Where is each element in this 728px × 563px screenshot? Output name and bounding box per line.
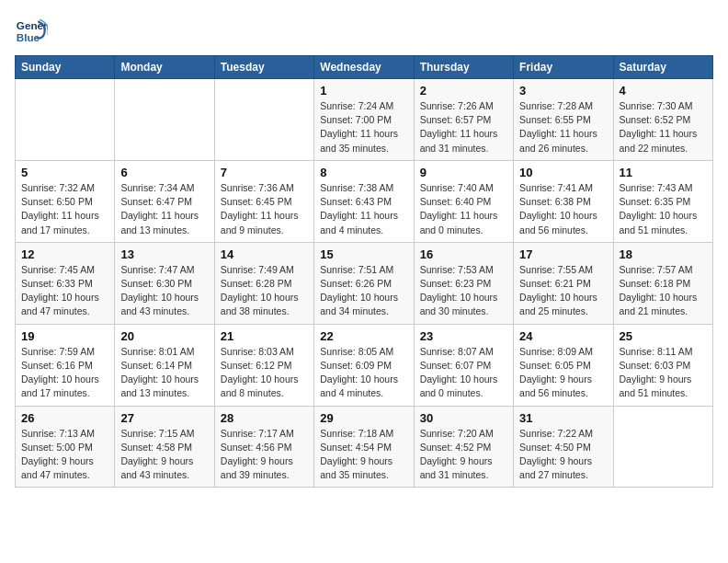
calendar-cell: 19Sunrise: 7:59 AM Sunset: 6:16 PM Dayli… — [16, 324, 115, 406]
day-number: 24 — [519, 329, 607, 343]
calendar-cell: 22Sunrise: 8:05 AM Sunset: 6:09 PM Dayli… — [314, 324, 414, 406]
day-number: 27 — [120, 411, 208, 425]
calendar-week-3: 12Sunrise: 7:45 AM Sunset: 6:33 PM Dayli… — [16, 242, 713, 324]
header-thursday: Thursday — [414, 56, 513, 79]
day-detail: Sunrise: 7:47 AM Sunset: 6:30 PM Dayligh… — [120, 263, 208, 319]
day-detail: Sunrise: 7:59 AM Sunset: 6:16 PM Dayligh… — [21, 345, 108, 401]
calendar-header-row: SundayMondayTuesdayWednesdayThursdayFrid… — [16, 56, 713, 79]
calendar-week-5: 26Sunrise: 7:13 AM Sunset: 5:00 PM Dayli… — [16, 406, 713, 488]
day-detail: Sunrise: 7:36 AM Sunset: 6:45 PM Dayligh… — [221, 181, 308, 237]
calendar-cell: 26Sunrise: 7:13 AM Sunset: 5:00 PM Dayli… — [16, 406, 115, 488]
calendar-cell: 10Sunrise: 7:41 AM Sunset: 6:38 PM Dayli… — [514, 160, 613, 242]
day-detail: Sunrise: 7:40 AM Sunset: 6:40 PM Dayligh… — [420, 181, 507, 237]
calendar-cell — [613, 406, 712, 488]
day-number: 23 — [420, 329, 507, 343]
day-detail: Sunrise: 7:51 AM Sunset: 6:26 PM Dayligh… — [320, 263, 407, 319]
calendar-cell: 21Sunrise: 8:03 AM Sunset: 6:12 PM Dayli… — [214, 324, 313, 406]
calendar-cell: 31Sunrise: 7:22 AM Sunset: 4:50 PM Dayli… — [514, 406, 613, 488]
day-number: 13 — [120, 247, 208, 261]
day-number: 5 — [21, 166, 108, 179]
day-detail: Sunrise: 8:11 AM Sunset: 6:03 PM Dayligh… — [620, 345, 707, 401]
day-number: 6 — [120, 166, 208, 179]
day-detail: Sunrise: 8:01 AM Sunset: 6:14 PM Dayligh… — [120, 345, 208, 401]
day-number: 8 — [320, 166, 407, 179]
day-number: 28 — [221, 411, 308, 425]
calendar-cell — [16, 79, 115, 161]
header-monday: Monday — [115, 56, 214, 79]
header-wednesday: Wednesday — [314, 56, 414, 79]
calendar-cell — [214, 79, 313, 161]
day-number: 12 — [21, 247, 108, 261]
calendar-cell: 25Sunrise: 8:11 AM Sunset: 6:03 PM Dayli… — [613, 324, 712, 406]
calendar-cell: 3Sunrise: 7:28 AM Sunset: 6:55 PM Daylig… — [514, 79, 613, 161]
calendar-cell: 1Sunrise: 7:24 AM Sunset: 7:00 PM Daylig… — [314, 79, 414, 161]
day-number: 2 — [420, 84, 507, 98]
day-number: 30 — [420, 411, 507, 425]
calendar-cell: 24Sunrise: 8:09 AM Sunset: 6:05 PM Dayli… — [514, 324, 613, 406]
day-number: 26 — [21, 411, 108, 425]
day-number: 1 — [320, 84, 407, 98]
calendar-cell: 5Sunrise: 7:32 AM Sunset: 6:50 PM Daylig… — [16, 160, 115, 242]
logo-icon: General Blue — [15, 15, 48, 48]
day-number: 11 — [620, 166, 707, 179]
calendar-cell: 23Sunrise: 8:07 AM Sunset: 6:07 PM Dayli… — [414, 324, 513, 406]
day-number: 7 — [221, 166, 308, 179]
calendar-cell: 28Sunrise: 7:17 AM Sunset: 4:56 PM Dayli… — [214, 406, 313, 488]
day-detail: Sunrise: 7:53 AM Sunset: 6:23 PM Dayligh… — [420, 263, 507, 319]
header-friday: Friday — [514, 56, 613, 79]
calendar-table: SundayMondayTuesdayWednesdayThursdayFrid… — [15, 55, 713, 488]
day-detail: Sunrise: 7:34 AM Sunset: 6:47 PM Dayligh… — [120, 181, 208, 237]
calendar-cell: 11Sunrise: 7:43 AM Sunset: 6:35 PM Dayli… — [613, 160, 712, 242]
day-number: 19 — [21, 329, 108, 343]
day-number: 10 — [519, 166, 607, 179]
day-number: 18 — [620, 247, 707, 261]
day-detail: Sunrise: 7:26 AM Sunset: 6:57 PM Dayligh… — [420, 99, 507, 155]
calendar-cell: 8Sunrise: 7:38 AM Sunset: 6:43 PM Daylig… — [314, 160, 414, 242]
day-number: 21 — [221, 329, 308, 343]
calendar-cell: 9Sunrise: 7:40 AM Sunset: 6:40 PM Daylig… — [414, 160, 513, 242]
day-detail: Sunrise: 7:22 AM Sunset: 4:50 PM Dayligh… — [519, 427, 607, 483]
day-number: 3 — [519, 84, 607, 98]
header-sunday: Sunday — [16, 56, 115, 79]
calendar-cell: 29Sunrise: 7:18 AM Sunset: 4:54 PM Dayli… — [314, 406, 414, 488]
calendar-week-1: 1Sunrise: 7:24 AM Sunset: 7:00 PM Daylig… — [16, 79, 713, 161]
day-detail: Sunrise: 7:18 AM Sunset: 4:54 PM Dayligh… — [320, 427, 407, 483]
header-tuesday: Tuesday — [214, 56, 313, 79]
day-number: 14 — [221, 247, 308, 261]
calendar-cell: 15Sunrise: 7:51 AM Sunset: 6:26 PM Dayli… — [314, 242, 414, 324]
page-header: General Blue — [15, 15, 713, 48]
calendar-week-4: 19Sunrise: 7:59 AM Sunset: 6:16 PM Dayli… — [16, 324, 713, 406]
day-detail: Sunrise: 7:55 AM Sunset: 6:21 PM Dayligh… — [519, 263, 607, 319]
day-detail: Sunrise: 7:13 AM Sunset: 5:00 PM Dayligh… — [21, 427, 108, 483]
day-detail: Sunrise: 7:38 AM Sunset: 6:43 PM Dayligh… — [320, 181, 407, 237]
calendar-cell: 30Sunrise: 7:20 AM Sunset: 4:52 PM Dayli… — [414, 406, 513, 488]
day-number: 16 — [420, 247, 507, 261]
day-number: 4 — [620, 84, 707, 98]
day-detail: Sunrise: 8:05 AM Sunset: 6:09 PM Dayligh… — [320, 345, 407, 401]
day-number: 29 — [320, 411, 407, 425]
calendar-cell: 4Sunrise: 7:30 AM Sunset: 6:52 PM Daylig… — [613, 79, 712, 161]
day-detail: Sunrise: 8:03 AM Sunset: 6:12 PM Dayligh… — [221, 345, 308, 401]
header-saturday: Saturday — [613, 56, 712, 79]
calendar-cell: 2Sunrise: 7:26 AM Sunset: 6:57 PM Daylig… — [414, 79, 513, 161]
day-number: 17 — [519, 247, 607, 261]
calendar-cell: 7Sunrise: 7:36 AM Sunset: 6:45 PM Daylig… — [214, 160, 313, 242]
day-detail: Sunrise: 7:30 AM Sunset: 6:52 PM Dayligh… — [620, 99, 707, 155]
calendar-cell: 17Sunrise: 7:55 AM Sunset: 6:21 PM Dayli… — [514, 242, 613, 324]
calendar-cell: 13Sunrise: 7:47 AM Sunset: 6:30 PM Dayli… — [115, 242, 214, 324]
calendar-cell: 14Sunrise: 7:49 AM Sunset: 6:28 PM Dayli… — [214, 242, 313, 324]
logo: General Blue — [15, 15, 48, 48]
day-detail: Sunrise: 7:20 AM Sunset: 4:52 PM Dayligh… — [420, 427, 507, 483]
day-detail: Sunrise: 7:57 AM Sunset: 6:18 PM Dayligh… — [620, 263, 707, 319]
calendar-cell: 20Sunrise: 8:01 AM Sunset: 6:14 PM Dayli… — [115, 324, 214, 406]
calendar-cell: 6Sunrise: 7:34 AM Sunset: 6:47 PM Daylig… — [115, 160, 214, 242]
day-number: 22 — [320, 329, 407, 343]
day-detail: Sunrise: 7:28 AM Sunset: 6:55 PM Dayligh… — [519, 99, 607, 155]
day-detail: Sunrise: 7:41 AM Sunset: 6:38 PM Dayligh… — [519, 181, 607, 237]
day-number: 15 — [320, 247, 407, 261]
day-detail: Sunrise: 8:07 AM Sunset: 6:07 PM Dayligh… — [420, 345, 507, 401]
day-number: 9 — [420, 166, 507, 179]
day-number: 31 — [519, 411, 607, 425]
day-detail: Sunrise: 7:15 AM Sunset: 4:58 PM Dayligh… — [120, 427, 208, 483]
day-detail: Sunrise: 8:09 AM Sunset: 6:05 PM Dayligh… — [519, 345, 607, 401]
